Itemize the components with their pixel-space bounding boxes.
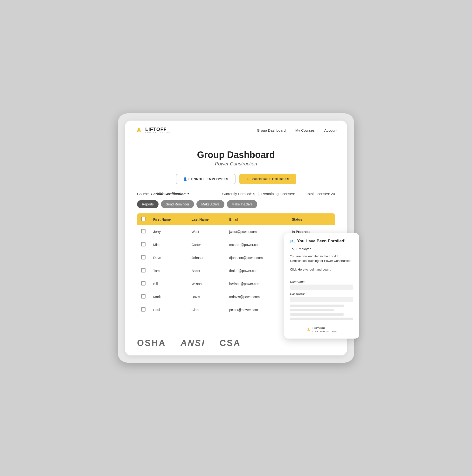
popup-footer-sub: CERTIFICATIONS xyxy=(312,330,337,333)
chevron-down-icon: ▾ xyxy=(187,191,189,196)
licenses-info: Currently Enrolled: 9 Remaining Licenses… xyxy=(222,192,335,196)
email-icon: 📧 xyxy=(290,239,295,244)
header-first-name: First Name xyxy=(149,213,188,225)
popup-placeholder-line-2 xyxy=(290,309,334,311)
last-name-cell: West xyxy=(188,225,225,238)
row-checkbox-cell xyxy=(137,225,149,238)
first-name-cell: Paul xyxy=(149,303,188,316)
username-label: Username: xyxy=(290,280,353,284)
first-name-cell: Mark xyxy=(149,290,188,303)
nav-link-group-dashboard[interactable]: Group Dashboard xyxy=(257,128,286,132)
first-name-cell: Dave xyxy=(149,251,188,264)
email-cell: pclark@power.com xyxy=(225,303,288,316)
row-checkbox[interactable] xyxy=(141,255,145,259)
email-cell: mdavis@power.com xyxy=(225,290,288,303)
ansi-logo: ANSI xyxy=(181,338,205,348)
course-label: Course: xyxy=(137,192,150,196)
row-checkbox[interactable] xyxy=(141,229,145,233)
filter-buttons: Reports Send Reminder Make Active Make I… xyxy=(137,200,335,208)
plus-icon: ＋ xyxy=(246,177,250,181)
enroll-label: ENROLL EMPLOYEES xyxy=(191,177,229,181)
popup-logo-text: LIFTOFF CERTIFICATIONS xyxy=(312,327,337,333)
enrollment-popup: 📧 You Have Been Enrolled! To: Employee Y… xyxy=(284,233,359,339)
to-value: Employee xyxy=(296,247,311,251)
popup-title-text: You Have Been Enrolled! xyxy=(297,239,345,244)
page-title: Group Dashboard xyxy=(137,150,335,160)
header-checkbox[interactable] xyxy=(137,213,149,225)
to-label: To: xyxy=(290,247,295,251)
header-email: Email xyxy=(225,213,288,225)
last-name-cell: Clark xyxy=(188,303,225,316)
popup-placeholder-line-3 xyxy=(290,313,344,316)
row-checkbox-cell xyxy=(137,303,149,316)
email-cell: bwilson@power.com xyxy=(225,277,288,290)
make-inactive-button[interactable]: Make Inactive xyxy=(227,200,257,208)
last-name-cell: Davis xyxy=(188,290,225,303)
osha-logo: OSHA xyxy=(137,338,166,348)
nav-link-account[interactable]: Account xyxy=(324,128,337,132)
popup-body-text: You are now enrolled in the Forklift Cer… xyxy=(290,255,352,263)
csa-logo: CSA xyxy=(219,338,241,348)
password-label: Password: xyxy=(290,292,353,296)
first-name-cell: Jerry xyxy=(149,225,188,238)
logo-main-text: LIFTOFF xyxy=(145,127,171,132)
first-name-cell: Mike xyxy=(149,238,188,251)
last-name-cell: Johnson xyxy=(188,251,225,264)
last-name-cell: Carter xyxy=(188,238,225,251)
first-name-cell: Tom xyxy=(149,264,188,277)
logo-text: LIFTOFF CERTIFICATIONS xyxy=(145,127,171,134)
row-checkbox-cell xyxy=(137,277,149,290)
click-here-link[interactable]: Click Here xyxy=(290,268,305,271)
email-cell: jwest@power.com xyxy=(225,225,288,238)
first-name-cell: Bill xyxy=(149,277,188,290)
course-info-row: Course: Forklift Certification ▾ Current… xyxy=(137,191,335,196)
popup-footer-logo: LIFTOFF xyxy=(312,327,325,330)
popup-link-row: Click Here to login and begin. xyxy=(290,267,353,272)
row-checkbox[interactable] xyxy=(141,268,145,272)
username-field-placeholder xyxy=(290,285,353,290)
row-checkbox[interactable] xyxy=(141,281,145,286)
popup-body: You are now enrolled in the Forklift Cer… xyxy=(290,254,353,263)
course-name: Forklift Certification xyxy=(151,192,186,196)
email-cell: djohnson@power.com xyxy=(225,251,288,264)
purchase-courses-button[interactable]: ＋ PURCHASE COURSES xyxy=(239,174,296,184)
purchase-label: PURCHASE COURSES xyxy=(252,177,289,181)
page-subtitle: Power Construction xyxy=(137,161,335,167)
select-all-checkbox[interactable] xyxy=(141,217,145,221)
liftoff-logo-icon xyxy=(135,126,143,135)
enroll-icon: 👤+ xyxy=(183,177,189,181)
popup-title: 📧 You Have Been Enrolled! xyxy=(290,239,353,244)
password-field-placeholder xyxy=(290,297,353,302)
popup-footer: LIFTOFF CERTIFICATIONS xyxy=(290,324,353,333)
email-cell: tbaker@power.com xyxy=(225,264,288,277)
table-header-row: First Name Last Name Email Status xyxy=(137,213,335,225)
row-checkbox-cell xyxy=(137,251,149,264)
popup-logo-icon xyxy=(306,327,311,332)
header-last-name: Last Name xyxy=(188,213,225,225)
row-checkbox[interactable] xyxy=(141,307,145,312)
popup-link-suffix: to login and begin. xyxy=(305,268,331,271)
outer-wrapper: LIFTOFF CERTIFICATIONS Group Dashboard M… xyxy=(118,113,354,363)
last-name-cell: Wilson xyxy=(188,277,225,290)
reports-button[interactable]: Reports xyxy=(137,200,159,208)
course-selector[interactable]: Course: Forklift Certification ▾ xyxy=(137,191,189,196)
email-cell: mcarter@power.com xyxy=(225,238,288,251)
action-buttons: 👤+ ENROLL EMPLOYEES ＋ PURCHASE COURSES xyxy=(137,174,335,184)
remaining-licenses: Remaining Licenses: 11 xyxy=(258,192,303,196)
svg-marker-3 xyxy=(307,328,309,331)
nav-links: Group Dashboard My Courses Account xyxy=(257,128,337,132)
enrolled-count: Currently Enrolled: 9 xyxy=(222,192,258,196)
send-reminder-button[interactable]: Send Reminder xyxy=(161,200,194,208)
row-checkbox[interactable] xyxy=(141,294,145,299)
nav-link-my-courses[interactable]: My Courses xyxy=(295,128,315,132)
header-status: Status xyxy=(288,213,335,225)
row-checkbox[interactable] xyxy=(141,242,145,246)
last-name-cell: Baker xyxy=(188,264,225,277)
total-licenses: Total Licenses: 20 xyxy=(303,192,335,196)
popup-to: To: Employee xyxy=(290,247,353,251)
enroll-employees-button[interactable]: 👤+ ENROLL EMPLOYEES xyxy=(176,174,236,184)
logo-sub-text: CERTIFICATIONS xyxy=(145,132,171,134)
row-checkbox-cell xyxy=(137,290,149,303)
row-checkbox-cell xyxy=(137,238,149,251)
make-active-button[interactable]: Make Active xyxy=(197,200,224,208)
